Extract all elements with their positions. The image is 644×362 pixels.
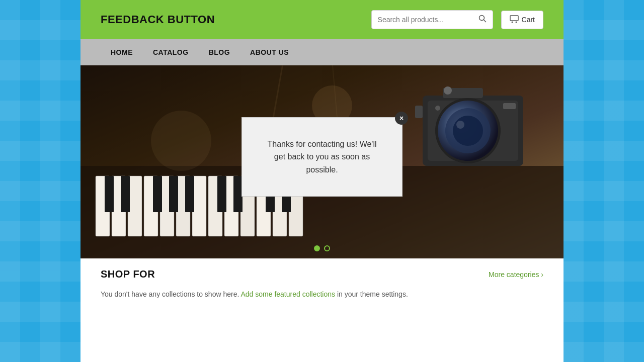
svg-point-36	[456, 121, 464, 129]
collections-text: You don't have any collections to show h…	[80, 285, 564, 303]
nav-item-home: HOME	[101, 39, 143, 65]
search-input[interactable]	[372, 12, 472, 28]
svg-point-35	[453, 116, 483, 146]
modal-message: Thanks for contacting us! We'll get back…	[267, 138, 377, 176]
svg-rect-9	[128, 176, 142, 236]
collections-link[interactable]: Add some featured collections	[240, 290, 335, 298]
hero-slider: × Thanks for contacting us! We'll get ba…	[80, 65, 564, 258]
svg-point-0	[479, 16, 484, 21]
nav-link-about[interactable]: ABOUT US	[240, 39, 299, 65]
nav-item-about: ABOUT US	[240, 39, 299, 65]
svg-point-38	[435, 106, 440, 111]
svg-line-1	[484, 20, 486, 23]
search-icon	[478, 15, 487, 23]
nav-link-blog[interactable]: BLOG	[199, 39, 240, 65]
shop-title: SHOP FOR	[101, 268, 155, 280]
modal-box: × Thanks for contacting us! We'll get ba…	[242, 117, 403, 197]
slider-dot-2[interactable]	[324, 245, 330, 251]
svg-rect-25	[217, 176, 226, 212]
slider-dot-1[interactable]	[314, 245, 320, 251]
svg-point-42	[151, 111, 211, 171]
collections-prefix: You don't have any collections to show h…	[101, 290, 239, 298]
cart-icon	[510, 15, 519, 25]
nav-link-home[interactable]: HOME	[101, 39, 143, 65]
header-right: Cart	[371, 10, 543, 29]
slider-dots	[314, 245, 330, 251]
more-categories-link[interactable]: More categories ›	[489, 270, 543, 279]
svg-rect-37	[415, 106, 423, 118]
collections-suffix: in your theme settings.	[337, 290, 408, 298]
modal-close-button[interactable]: ×	[395, 112, 408, 125]
cart-button[interactable]: Cart	[501, 11, 543, 29]
svg-point-40	[444, 86, 452, 95]
search-form	[371, 10, 493, 29]
cart-label: Cart	[522, 16, 535, 24]
close-icon: ×	[399, 114, 404, 122]
svg-rect-23	[169, 176, 178, 212]
search-button[interactable]	[472, 11, 493, 29]
site-nav: HOME CATALOG BLOG ABOUT US	[80, 39, 564, 65]
svg-point-3	[511, 21, 513, 23]
nav-item-blog: BLOG	[199, 39, 240, 65]
nav-link-catalog[interactable]: CATALOG	[143, 39, 199, 65]
site-logo: FEEDBACK BUTTON	[101, 13, 215, 26]
shop-section: SHOP FOR More categories ›	[80, 258, 564, 285]
svg-point-4	[515, 21, 517, 23]
svg-rect-21	[121, 176, 130, 212]
svg-rect-13	[192, 176, 206, 236]
site-header: FEEDBACK BUTTON	[80, 0, 564, 39]
nav-item-catalog: CATALOG	[143, 39, 199, 65]
svg-rect-39	[503, 103, 516, 109]
svg-rect-2	[510, 16, 518, 21]
svg-rect-22	[153, 176, 162, 212]
site-main: × Thanks for contacting us! We'll get ba…	[80, 65, 564, 303]
nav-list: HOME CATALOG BLOG ABOUT US	[101, 39, 543, 65]
svg-rect-20	[105, 176, 114, 212]
svg-rect-24	[185, 176, 194, 212]
